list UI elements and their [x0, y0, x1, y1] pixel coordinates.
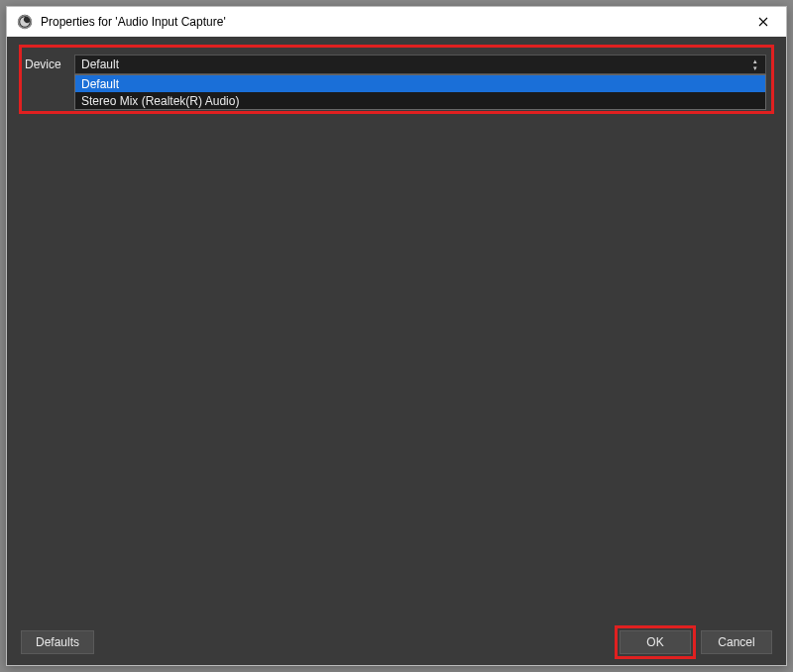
device-combo-wrap: Default ▴▾ Default Stereo Mix (Realtek(R… — [74, 55, 766, 74]
ok-button[interactable]: OK — [620, 630, 691, 654]
window-title: Properties for 'Audio Input Capture' — [41, 15, 740, 29]
dialog-body: Device Default ▴▾ Default Stereo Mix (Re… — [7, 37, 786, 665]
defaults-button[interactable]: Defaults — [21, 630, 94, 654]
dialog-window: Properties for 'Audio Input Capture' Dev… — [6, 6, 787, 666]
device-row: Device Default ▴▾ Default Stereo Mix (Re… — [25, 55, 766, 74]
close-button[interactable] — [740, 7, 786, 37]
device-combo[interactable]: Default ▴▾ — [74, 55, 766, 74]
obs-icon — [17, 14, 33, 30]
ok-button-wrap: OK — [620, 630, 691, 654]
cancel-button[interactable]: Cancel — [701, 630, 772, 654]
titlebar: Properties for 'Audio Input Capture' — [7, 7, 786, 37]
device-dropdown: Default Stereo Mix (Realtek(R) Audio) — [74, 74, 766, 110]
device-option[interactable]: Default — [75, 75, 765, 92]
svg-point-0 — [18, 15, 32, 29]
dialog-footer: Defaults OK Cancel — [7, 619, 786, 665]
device-label: Device — [25, 55, 74, 71]
device-combo-value: Default — [81, 57, 119, 71]
combo-spinner-icon: ▴▾ — [749, 57, 761, 71]
device-option[interactable]: Stereo Mix (Realtek(R) Audio) — [75, 92, 765, 109]
